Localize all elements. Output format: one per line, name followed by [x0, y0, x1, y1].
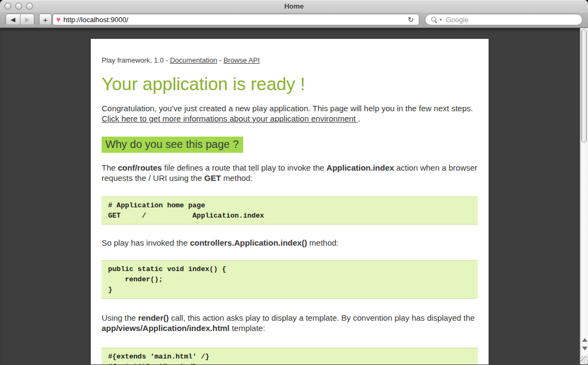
bold-text: app/views/Application/index.html	[102, 323, 230, 333]
text-segment: Play framework, 1.0 -	[102, 56, 170, 64]
window-title: Home	[0, 2, 588, 10]
text-segment: The	[102, 163, 118, 172]
favicon-heart-icon: ♥	[56, 16, 61, 23]
search-placeholder: Google	[446, 16, 469, 24]
text-link[interactable]: Browse API	[223, 56, 259, 64]
plus-icon: +	[43, 15, 48, 24]
reload-button[interactable]: ↻	[406, 16, 416, 23]
address-field[interactable]: ♥ http://localhost:9000/ ↻	[52, 13, 419, 25]
render-paragraph: Using the render() call, this action ask…	[102, 313, 478, 333]
text-segment: -	[217, 56, 224, 64]
add-bookmark-button[interactable]: +	[39, 13, 52, 25]
text-segment: method:	[307, 238, 338, 247]
web-page: Play framework, 1.0 - Documentation - Br…	[91, 39, 489, 364]
search-icon	[431, 16, 438, 23]
site-header: Play framework, 1.0 - Documentation - Br…	[102, 56, 478, 64]
text-segment: So play has invoked the	[102, 238, 190, 247]
code-block-template: #{extends 'main.html' /} #{set title:'Ho…	[102, 348, 478, 364]
bold-text: conf/routes	[118, 163, 162, 172]
scroll-down-button[interactable]	[582, 347, 587, 350]
scroll-up-button[interactable]	[582, 338, 587, 342]
text-segment: .	[358, 114, 360, 123]
text-segment: call, this action asks play to display a…	[169, 313, 475, 322]
back-button[interactable]: ◀	[6, 14, 20, 25]
intro-paragraph: Congratulation, you've just created a ne…	[102, 103, 478, 124]
text-link[interactable]: Click here to get more informations abou…	[102, 114, 358, 123]
scrollbar-thumb[interactable]	[581, 29, 587, 143]
text-segment: Congratulation, you've just created a ne…	[102, 104, 473, 113]
page-title: Your application is ready !	[102, 74, 478, 94]
invoked-paragraph: So play has invoked the controllers.Appl…	[102, 238, 478, 248]
routes-paragraph: The conf/routes file defines a route tha…	[102, 163, 478, 183]
bold-text: controllers.Application.index()	[190, 238, 307, 247]
nav-button-group: ◀ ▶	[5, 13, 35, 25]
section-heading: Why do you see this page ?	[102, 137, 243, 153]
browser-viewport: Play framework, 1.0 - Documentation - Br…	[0, 28, 588, 364]
reload-icon: ↻	[407, 15, 414, 24]
text-link[interactable]: Documentation	[170, 56, 217, 64]
text-segment: file defines a route that tell play to i…	[162, 163, 326, 172]
browser-window: Home ◀ ▶ + ♥ http://localhost:9000/ ↻ ▼ …	[0, 0, 588, 365]
code-block-routes: # Application home page GET / Applicatio…	[102, 197, 478, 225]
text-segment: template:	[230, 323, 265, 333]
text-segment: method:	[221, 173, 252, 182]
bold-text: render()	[138, 313, 169, 322]
forward-button[interactable]: ▶	[20, 14, 34, 25]
back-icon: ◀	[11, 16, 15, 23]
vertical-scrollbar[interactable]	[580, 28, 588, 356]
search-dropdown-icon[interactable]: ▼	[439, 18, 443, 22]
browser-chrome: Home ◀ ▶ + ♥ http://localhost:9000/ ↻ ▼ …	[0, 0, 588, 28]
bold-text: GET	[204, 173, 221, 182]
code-block-action: public static void index() { render(); }	[102, 260, 478, 299]
text-segment: Using the	[102, 313, 138, 322]
bold-text: Application.index	[326, 163, 394, 172]
forward-icon: ▶	[25, 16, 29, 23]
address-url-text[interactable]: http://localhost:9000/	[63, 16, 406, 24]
resize-grip[interactable]	[580, 356, 588, 364]
search-field[interactable]: ▼ Google	[425, 13, 583, 25]
